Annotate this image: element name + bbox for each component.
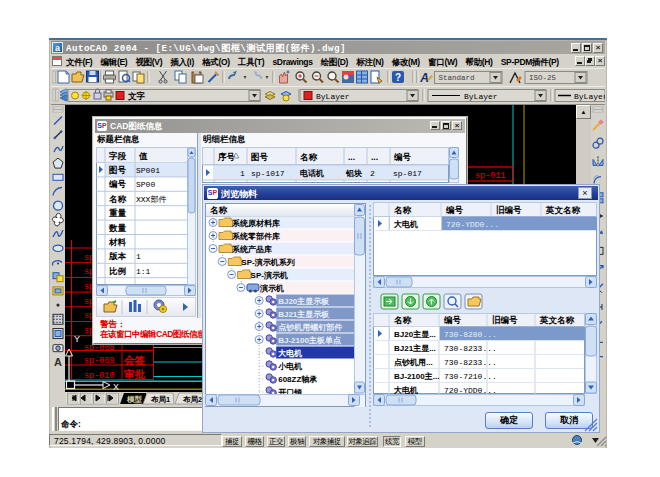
svg-text:电话机: 电话机 (300, 169, 324, 178)
svg-text:1: 1 (240, 169, 245, 178)
svg-text:名称: 名称 (299, 152, 318, 162)
svg-text:SP001: SP001 (136, 166, 160, 175)
svg-text:ByLayer: ByLayer (464, 92, 498, 101)
svg-text:sp-1017: sp-1017 (251, 169, 285, 178)
svg-text:ByLayer: ByLayer (316, 92, 350, 101)
svg-text:字段: 字段 (108, 151, 127, 161)
svg-text:旧编号: 旧编号 (496, 205, 522, 215)
svg-text:布局1: 布局1 (150, 395, 170, 404)
svg-text:720-YDD0...: 720-YDD0... (444, 386, 497, 395)
svg-text:...: ... (348, 152, 355, 162)
svg-text:A: A (419, 71, 429, 85)
svg-text:1: 1 (136, 252, 141, 261)
svg-text:会签: 会签 (123, 354, 146, 366)
svg-text:608ZZ轴承: 608ZZ轴承 (278, 375, 317, 384)
svg-text:名称: 名称 (108, 194, 127, 204)
svg-text:BJ20主显...: BJ20主显... (394, 329, 436, 339)
svg-text:大电机: 大电机 (278, 349, 302, 358)
svg-text:730-7210...: 730-7210... (444, 372, 497, 381)
svg-text:A: A (54, 356, 62, 368)
svg-text:英文名称: 英文名称 (539, 315, 575, 325)
svg-text:材料: 材料 (108, 237, 127, 247)
svg-text:模型: 模型 (126, 395, 143, 404)
svg-text:XXX部件: XXX部件 (136, 195, 166, 204)
svg-text:编号: 编号 (445, 205, 464, 215)
svg-text:系统原材料库: 系统原材料库 (231, 218, 280, 228)
svg-text:版本: 版本 (108, 251, 127, 261)
svg-text:sp-009: sp-009 (84, 356, 115, 366)
svg-text:旧编号: 旧编号 (492, 315, 518, 325)
svg-text:重量: 重量 (109, 208, 127, 218)
svg-text:数量: 数量 (108, 223, 127, 233)
svg-text:英文名称: 英文名称 (545, 205, 581, 215)
svg-text:BJ-2100主...: BJ-2100主... (394, 371, 439, 381)
svg-text:SP-演示机系列: SP-演示机系列 (241, 258, 294, 267)
svg-text:演示机: 演示机 (259, 284, 284, 293)
svg-text:名称: 名称 (393, 315, 412, 325)
svg-text:?: ? (395, 72, 401, 83)
svg-text:序号: 序号 (217, 152, 236, 162)
svg-text:2: 2 (370, 182, 375, 183)
svg-text:铝块: 铝块 (345, 169, 362, 178)
svg-text:系统产品库: 系统产品库 (231, 244, 272, 254)
svg-text:图号: 图号 (109, 165, 127, 175)
svg-text:SP00: SP00 (136, 180, 155, 189)
svg-text:Standard: Standard (439, 74, 475, 82)
svg-text:sp-010: sp-010 (84, 371, 115, 381)
svg-text:Y: Y (74, 334, 80, 344)
svg-text:编号: 编号 (393, 152, 412, 162)
svg-text:sp-017: sp-017 (393, 169, 422, 178)
svg-text:sp-008: sp-008 (84, 343, 115, 353)
svg-text:...: ... (371, 152, 378, 162)
svg-text:BJ-2100主板单点: BJ-2100主板单点 (278, 335, 342, 345)
svg-text:传真机: 传真机 (300, 182, 324, 183)
svg-text:2: 2 (238, 182, 243, 183)
svg-text:大电机: 大电机 (394, 220, 418, 229)
svg-text:BJ21主显示板: BJ21主显示板 (278, 309, 329, 319)
svg-text:图号: 图号 (251, 152, 269, 162)
svg-text:1:1: 1:1 (136, 267, 151, 276)
svg-text:BJ21主显...: BJ21主显... (394, 343, 436, 353)
svg-text:审批: 审批 (124, 368, 146, 380)
svg-text:2: 2 (370, 169, 375, 178)
svg-text:ISO-25: ISO-25 (529, 74, 557, 82)
svg-text:sp-016: sp-016 (393, 182, 422, 183)
svg-text:SP-演示机: SP-演示机 (251, 271, 288, 280)
svg-text:比例: 比例 (109, 266, 127, 276)
svg-text:sp-011: sp-011 (475, 171, 506, 181)
svg-text:730-8233...: 730-8233... (444, 358, 497, 367)
svg-text:大电机: 大电机 (394, 386, 418, 395)
svg-text:BJ20主显示板: BJ20主显示板 (278, 296, 329, 306)
svg-text:名称: 名称 (393, 205, 412, 215)
svg-text:sp-1016: sp-1016 (251, 182, 285, 183)
svg-text:编号: 编号 (108, 179, 127, 189)
svg-text:730-8233...: 730-8233... (444, 344, 497, 353)
svg-text:720-YDD0...: 720-YDD0... (446, 220, 499, 229)
svg-text:ByLayer: ByLayer (574, 92, 605, 101)
svg-text:X: X (113, 382, 119, 392)
svg-text:编号: 编号 (443, 315, 462, 325)
svg-text:文字: 文字 (128, 91, 146, 101)
svg-text:点钞机用...: 点钞机用... (394, 358, 433, 367)
svg-text:系统零部件库: 系统零部件库 (231, 231, 280, 241)
svg-text:铁块: 铁块 (345, 182, 362, 183)
svg-text:值: 值 (138, 151, 148, 161)
svg-text:点钞机用螺钉部件: 点钞机用螺钉部件 (278, 323, 343, 332)
svg-text:730-8280...: 730-8280... (444, 330, 497, 339)
svg-text:小电机: 小电机 (277, 362, 302, 371)
svg-text:布局2: 布局2 (182, 395, 202, 404)
